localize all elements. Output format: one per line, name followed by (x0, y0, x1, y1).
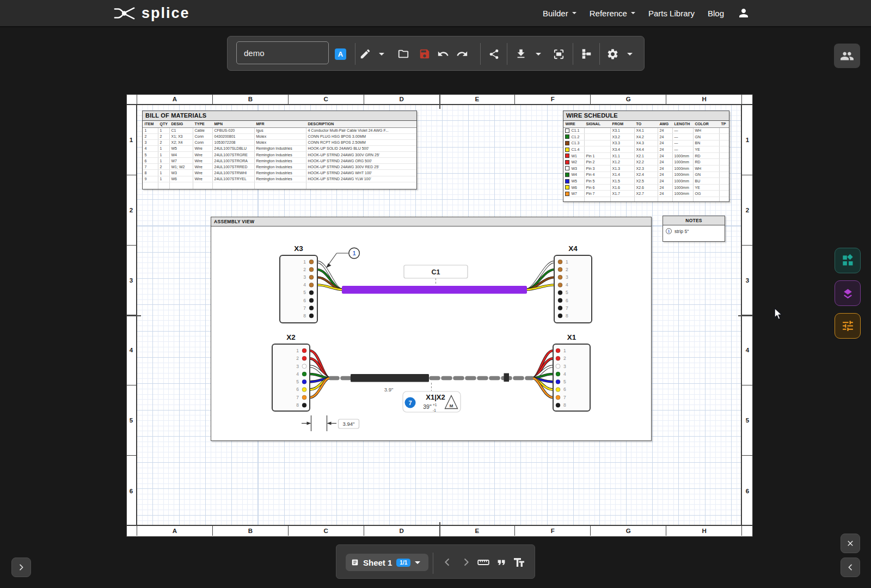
save-button[interactable] (416, 47, 433, 60)
open-button[interactable] (395, 47, 412, 60)
bom-cell: W3 (169, 170, 193, 175)
connector-pin (558, 275, 562, 279)
share-button[interactable] (486, 47, 502, 60)
edit-tool-caret-button[interactable] (376, 47, 388, 60)
pin-number: 2 (563, 356, 566, 361)
chevron-down-icon (415, 561, 420, 564)
ws-header-cell: COLOR (693, 121, 719, 127)
chevron-down-icon (627, 53, 633, 56)
bom-cell: 8 (143, 170, 158, 175)
text-size-button[interactable] (511, 555, 526, 569)
edit-tool-button[interactable] (357, 47, 373, 60)
ws-cell: C1.2 (563, 134, 584, 140)
quote-icon (495, 556, 507, 568)
bom-body: ITEMQTYDESIGTYPEMPNMFRDESCRIPTION 11C1Ca… (143, 121, 416, 189)
undo-button[interactable] (435, 47, 451, 60)
wire-schedule-table[interactable]: WIRE SCHEDULE WIRESIGNALFROMTOAWGLENGTHC… (563, 111, 729, 202)
settings-caret-button[interactable] (624, 47, 636, 60)
ws-cell: WH (693, 166, 719, 171)
dimensions-button[interactable] (476, 555, 491, 569)
connector-x2[interactable]: X212345678 (272, 333, 310, 411)
ws-cell: X3.4 (610, 146, 634, 152)
bom-header-cell: DESIG (169, 121, 193, 127)
fit-view-button[interactable] (550, 47, 567, 60)
bom-header-cell: TYPE (193, 121, 212, 127)
ws-cell: 1000mm (672, 153, 693, 159)
sheet-column-label: B (213, 94, 289, 104)
connector-x3[interactable]: X312345678 (280, 244, 317, 323)
pin-number: 4 (303, 282, 306, 287)
assembly-view-panel[interactable]: ASSEMBLY VIEW 1 C1 X312345678 X412345678… (211, 217, 652, 441)
next-sheet-button[interactable] (458, 555, 474, 569)
bundle-marker-band[interactable] (504, 373, 510, 382)
layers-button[interactable] (835, 280, 861, 306)
ws-cell: X4.1 (634, 128, 658, 134)
expand-left-panel-button[interactable] (11, 558, 31, 577)
bom-cell: Wire (193, 170, 212, 175)
cable-c1[interactable] (342, 286, 527, 294)
notes-panel[interactable]: NOTES 1 strip 5" (663, 216, 725, 242)
structure-icon (580, 48, 592, 60)
prev-sheet-button[interactable] (439, 555, 455, 569)
ws-cell: W3 (563, 166, 584, 171)
account-button[interactable] (737, 7, 750, 20)
connector-x4[interactable]: X412345678 (554, 244, 592, 323)
ws-cell: — (672, 134, 693, 140)
project-name-input[interactable] (236, 41, 329, 64)
ws-cell: — (672, 146, 693, 152)
dimension-3-94[interactable]: 3.94" (302, 415, 359, 431)
heat-shrink-tube[interactable] (351, 374, 429, 382)
properties-button[interactable] (835, 313, 861, 339)
sheet-selector-button[interactable]: Sheet 1 1/1 (346, 554, 428, 571)
quick-parts-button[interactable] (835, 248, 861, 273)
nav-item-builder[interactable]: Builder (543, 9, 576, 18)
settings-button[interactable] (604, 47, 621, 60)
close-button[interactable] (841, 534, 860, 553)
bom-cell: Molex (254, 134, 306, 139)
harness-flag-label[interactable]: 7X1|X239"+1-1M (403, 383, 461, 412)
drawing-sheet[interactable]: ABCDEFGH ABCDEFGH 123456 123456 BILL OF … (126, 94, 753, 537)
structure-button[interactable] (578, 47, 594, 60)
ws-row: C1.4X3.4X4.424—YE (563, 146, 729, 153)
download-button[interactable] (513, 47, 529, 60)
assembly-drawing[interactable]: 1 C1 X312345678 X412345678 3.9" X2123456… (211, 226, 652, 442)
pin-number: 6 (563, 387, 566, 392)
cable-label-c1[interactable]: C1 (404, 265, 468, 285)
bom-header-row: ITEMQTYDESIGTYPEMPNMFRDESCRIPTION (143, 121, 416, 128)
ws-row: W3Pin 3X1.3X2.3241000mmWH (563, 166, 729, 172)
redo-button[interactable] (454, 47, 470, 60)
ws-cell: W5 (563, 178, 584, 184)
connector-x1[interactable]: X112345678 (553, 333, 590, 411)
callout-note-1[interactable]: 1 (326, 248, 359, 268)
bom-cell: Conn (193, 134, 212, 139)
bom-cell: C1 (169, 128, 193, 133)
ws-body: WIRESIGNALFROMTOAWGLENGTHCOLORTP C1.1X3.… (563, 121, 729, 201)
pin-number: 5 (303, 290, 306, 295)
ws-row: W1Pin 1X1.1X2.1241000mmRD (563, 153, 729, 160)
nav-item-reference[interactable]: Reference (590, 9, 635, 18)
bom-cell: Wire (193, 164, 212, 169)
ws-cell: — (672, 140, 693, 146)
bom-cell: 24UL1007STRORA (212, 158, 254, 163)
wire-color-swatch (565, 185, 569, 189)
ws-row: W5Pin 5X1.5X2.5241000mmBU (563, 178, 729, 185)
collaborators-button[interactable] (834, 44, 860, 68)
pin-number: 4 (296, 371, 299, 377)
wire-color-swatch (565, 148, 569, 152)
brand[interactable]: splice (114, 5, 190, 22)
collapse-right-panel-button[interactable] (841, 558, 860, 577)
wire-name: W5 (572, 179, 578, 183)
ws-cell: C1.4 (563, 146, 584, 152)
flag-title: X1|X2 (426, 393, 445, 401)
ws-cell: X2.4 (634, 172, 658, 178)
pin-number: 2 (566, 267, 568, 272)
download-caret-button[interactable] (532, 47, 544, 60)
bom-table[interactable]: BILL OF MATERIALS ITEMQTYDESIGTYPEMPNMFR… (142, 111, 417, 189)
notes-button[interactable] (494, 555, 509, 569)
nav-item-blog[interactable]: Blog (708, 9, 724, 18)
nav-caret-icon (631, 12, 635, 14)
autosave-badge[interactable]: A (335, 48, 346, 60)
bom-header-cell: QTY (158, 121, 169, 127)
nav-item-parts-library[interactable]: Parts Library (648, 9, 695, 18)
ws-cell: 24 (658, 159, 672, 165)
